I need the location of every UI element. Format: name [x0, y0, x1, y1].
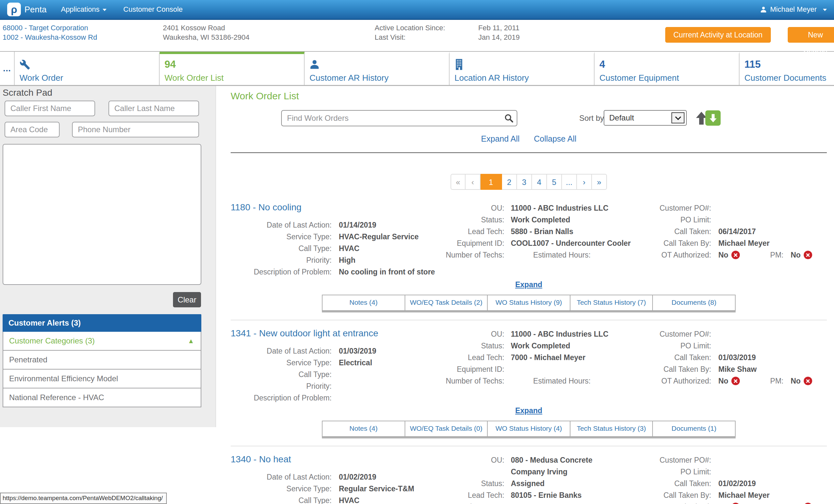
field-label: Priority: — [231, 380, 332, 392]
field-label: Lead Tech: — [413, 226, 504, 237]
field-label: Lead Tech: — [413, 352, 504, 363]
tab-customer-ar-history[interactable]: Customer AR History — [305, 52, 449, 85]
page-1[interactable]: 1 — [481, 174, 502, 190]
active-since-value: Feb 11, 2011 — [478, 23, 520, 32]
scratch-notes-textarea[interactable] — [3, 144, 201, 285]
page-5[interactable]: 5 — [547, 174, 562, 190]
search-input[interactable] — [282, 114, 501, 123]
location-link[interactable]: 1002 - Waukesha-Kossow Rd — [3, 32, 97, 42]
expand-link[interactable]: Expand — [515, 406, 542, 415]
page-2[interactable]: 2 — [502, 174, 517, 190]
red-circle-x-icon — [804, 503, 812, 504]
field-value: 01/02/2019 — [718, 478, 756, 489]
category-item-label: Penetrated — [9, 351, 47, 369]
field-value: 06/14/2017 — [718, 226, 756, 237]
sort-selected-value: Default — [609, 113, 634, 122]
last-visit-label: Last Visit: — [375, 32, 445, 42]
sort-descending-button[interactable] — [705, 110, 721, 126]
field-value: 01/02/2019 — [339, 471, 376, 483]
arrow-down-icon — [709, 113, 717, 123]
field-value: Michael Meyer — [718, 489, 769, 501]
notes-tab[interactable]: Notes (4) — [323, 295, 405, 310]
search-icon[interactable] — [501, 113, 517, 123]
task-details-tab[interactable]: WO/EQ Task Details (2) — [405, 295, 488, 310]
field-label: Equipment ID: — [413, 237, 504, 249]
expand-link[interactable]: Expand — [515, 280, 542, 289]
collapse-all-link[interactable]: Collapse All — [534, 134, 577, 144]
tab-label: Work Order List — [164, 73, 304, 83]
user-menu[interactable]: Michael Meyer — [760, 5, 827, 14]
customer-alerts-header: Customer Alerts (3) — [3, 314, 201, 332]
field-label: Call Taken: — [621, 352, 711, 363]
current-activity-button[interactable]: Current Activity at Location — [665, 27, 771, 43]
work-order-title-link[interactable]: 1340 - No heat — [231, 454, 413, 467]
field-label: Equipment ID: — [413, 501, 504, 504]
module-tab-bar: ... Work Order 94 Work Order List Custom… — [0, 51, 834, 86]
page-3[interactable]: 3 — [517, 174, 532, 190]
field-label: Description of Problem: — [231, 266, 332, 278]
red-circle-x-icon — [731, 251, 740, 259]
clear-button[interactable]: Clear — [173, 292, 201, 307]
nav-customer-console[interactable]: Customer Console — [124, 5, 183, 14]
wo-status-history-tab[interactable]: WO Status History (9) — [488, 295, 570, 310]
tech-status-history-tab[interactable]: Tech Status History (3) — [570, 421, 653, 436]
phone-number-input[interactable] — [72, 122, 199, 137]
page-first[interactable]: « — [451, 174, 465, 190]
tab-work-order-list[interactable]: 94 Work Order List — [160, 52, 305, 85]
customer-link[interactable]: 68000 - Target Corporation — [3, 23, 97, 32]
work-order-title-link[interactable]: 1341 - New outdoor light at entrance — [231, 328, 413, 341]
page-prev[interactable]: ‹ — [465, 174, 481, 190]
field-value: Michael Meyer — [718, 237, 769, 249]
pm-value: No — [791, 249, 820, 261]
field-label: Call Taken: — [621, 226, 711, 237]
location-address: 2401 Kossow Road Waukesha, WI 53186-2904 — [163, 23, 249, 42]
area-code-input[interactable] — [4, 122, 60, 137]
tab-work-order[interactable]: Work Order — [15, 52, 160, 85]
page-ellipsis[interactable]: ... — [562, 174, 577, 190]
chevron-down-icon — [823, 9, 827, 11]
field-label: Customer PO#: — [621, 202, 711, 214]
ot-authorized-value: No — [718, 501, 748, 504]
page-last[interactable]: » — [592, 174, 607, 190]
field-label: Service Type: — [231, 357, 332, 369]
field-value: Mike Shaw — [718, 363, 757, 375]
tab-location-ar-history[interactable]: Location AR History — [449, 52, 595, 85]
page-next[interactable]: › — [577, 174, 592, 190]
dropdown-arrow-icon — [672, 112, 684, 123]
work-order-title-link[interactable]: 1180 - No cooling — [231, 202, 413, 215]
caller-last-name-input[interactable] — [109, 100, 199, 116]
new-search-button[interactable]: New Search — [788, 27, 834, 43]
pagination: « ‹ 1 2 3 4 5 ... › » — [231, 174, 827, 190]
notes-tab[interactable]: Notes (4) — [323, 421, 405, 436]
field-label: PM: — [748, 375, 784, 387]
expand-all-link[interactable]: Expand All — [481, 134, 520, 144]
field-value: 01/14/2019 — [339, 219, 376, 231]
tab-customer-equipment[interactable]: 4 Customer Equipment — [595, 52, 740, 85]
page-4[interactable]: 4 — [532, 174, 547, 190]
task-details-tab[interactable]: WO/EQ Task Details (0) — [405, 421, 488, 436]
documents-tab[interactable]: Documents (1) — [653, 421, 735, 436]
caller-first-name-input[interactable] — [4, 100, 95, 116]
nav-applications[interactable]: Applications — [61, 5, 107, 14]
tech-status-history-tab[interactable]: Tech Status History (7) — [570, 295, 653, 310]
documents-tab[interactable]: Documents (8) — [653, 295, 735, 310]
field-value: 11000 - ABC Industries LLC — [511, 202, 621, 214]
field-label: Estimated Hours: — [511, 375, 591, 387]
user-name: Michael Meyer — [770, 5, 817, 14]
wo-status-history-tab[interactable]: WO Status History (4) — [488, 421, 570, 436]
work-order-entry: 1340 - No heat Date of Last Action:01/02… — [231, 446, 827, 504]
more-tabs-button[interactable]: ... — [0, 52, 15, 85]
field-label: OT Authorized: — [621, 375, 711, 387]
field-value: 11000 - ABC Industries LLC — [511, 328, 621, 340]
work-order-entry: 1180 - No cooling Date of Last Action:01… — [231, 202, 827, 312]
status-bar-url: https://demo.teampenta.com/PentaWebDEMO2… — [0, 492, 167, 504]
field-label: Call Type: — [231, 243, 332, 254]
customer-categories-row[interactable]: Customer Categories (3) ▲ — [3, 332, 201, 351]
work-order-subtabs: Notes (4) WO/EQ Task Details (2) WO Stat… — [322, 295, 736, 312]
red-circle-x-icon — [731, 503, 740, 504]
top-navigation-bar: ρ Penta Applications Customer Console Mi… — [0, 0, 834, 20]
field-value: Electrical — [339, 357, 372, 369]
penta-logo-icon[interactable]: ρ — [7, 3, 21, 16]
sort-select[interactable]: Default — [604, 110, 687, 126]
field-label: PO Limit: — [621, 466, 711, 478]
